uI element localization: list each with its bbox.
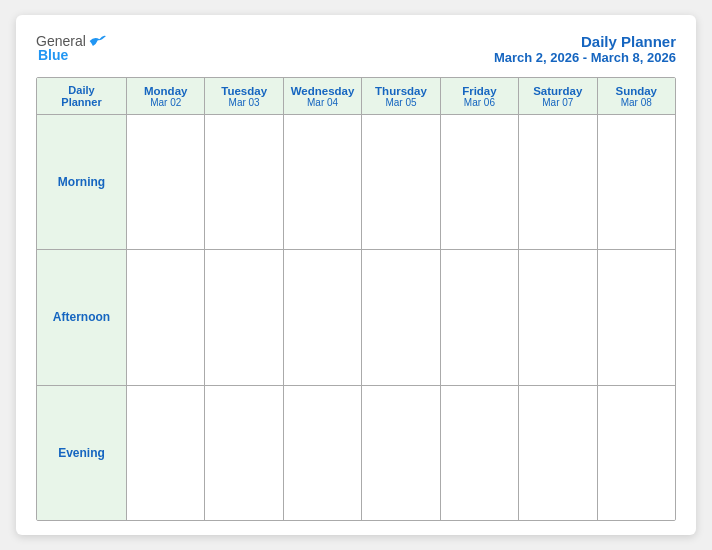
afternoon-row: Afternoon [37,250,675,385]
header: General Blue Daily Planner March 2, 2026… [36,33,676,65]
evening-saturday[interactable] [519,386,597,520]
body-rows: Morning Afternoon [37,115,675,520]
evening-thursday[interactable] [362,386,440,520]
logo-blue-text: Blue [36,47,68,63]
friday-date: Mar 06 [464,97,495,108]
afternoon-wednesday[interactable] [284,250,362,384]
sunday-name: Sunday [615,85,657,97]
afternoon-monday[interactable] [127,250,205,384]
daily-label-top: Daily [68,84,94,96]
afternoon-saturday[interactable] [519,250,597,384]
morning-tuesday[interactable] [205,115,283,249]
daily-planner-page: General Blue Daily Planner March 2, 2026… [16,15,696,535]
afternoon-thursday[interactable] [362,250,440,384]
tuesday-date: Mar 03 [229,97,260,108]
afternoon-sunday[interactable] [598,250,675,384]
sunday-date: Mar 08 [621,97,652,108]
logo: General Blue [36,33,106,63]
evening-sunday[interactable] [598,386,675,520]
afternoon-label: Afternoon [37,250,127,384]
morning-sunday[interactable] [598,115,675,249]
table-header-row: Daily Planner Monday Mar 02 Tuesday Mar … [37,78,675,115]
evening-tuesday[interactable] [205,386,283,520]
daily-planner-header: Daily Planner [37,78,127,115]
afternoon-tuesday[interactable] [205,250,283,384]
friday-name: Friday [462,85,497,97]
morning-wednesday[interactable] [284,115,362,249]
logo-bird-icon [88,34,106,48]
thursday-date: Mar 05 [385,97,416,108]
planner-title: Daily Planner [494,33,676,50]
header-wednesday: Wednesday Mar 04 [284,78,362,115]
evening-monday[interactable] [127,386,205,520]
header-tuesday: Tuesday Mar 03 [205,78,283,115]
morning-saturday[interactable] [519,115,597,249]
saturday-date: Mar 07 [542,97,573,108]
evening-cells [127,386,675,520]
morning-thursday[interactable] [362,115,440,249]
evening-label: Evening [37,386,127,520]
header-monday: Monday Mar 02 [127,78,205,115]
afternoon-cells [127,250,675,384]
morning-cells [127,115,675,249]
evening-wednesday[interactable] [284,386,362,520]
afternoon-friday[interactable] [441,250,519,384]
morning-monday[interactable] [127,115,205,249]
morning-row: Morning [37,115,675,250]
daily-label-bot: Planner [61,96,101,108]
header-friday: Friday Mar 06 [441,78,519,115]
date-range: March 2, 2026 - March 8, 2026 [494,50,676,65]
header-thursday: Thursday Mar 05 [362,78,440,115]
morning-friday[interactable] [441,115,519,249]
thursday-name: Thursday [375,85,427,97]
monday-name: Monday [144,85,187,97]
tuesday-name: Tuesday [221,85,267,97]
title-block: Daily Planner March 2, 2026 - March 8, 2… [494,33,676,65]
header-sunday: Sunday Mar 08 [598,78,675,115]
evening-friday[interactable] [441,386,519,520]
wednesday-date: Mar 04 [307,97,338,108]
morning-label: Morning [37,115,127,249]
saturday-name: Saturday [533,85,582,97]
header-saturday: Saturday Mar 07 [519,78,597,115]
monday-date: Mar 02 [150,97,181,108]
evening-row: Evening [37,386,675,520]
wednesday-name: Wednesday [291,85,355,97]
planner-table: Daily Planner Monday Mar 02 Tuesday Mar … [36,77,676,521]
